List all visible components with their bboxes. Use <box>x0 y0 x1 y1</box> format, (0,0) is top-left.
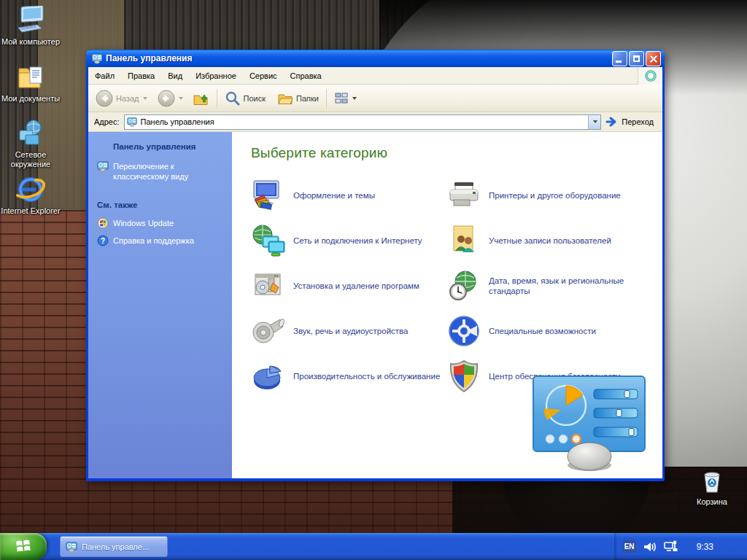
minimize-button[interactable] <box>612 51 627 66</box>
user-accounts-icon <box>446 223 481 258</box>
desktop-icon-label: Корзина <box>697 497 727 507</box>
control-panel-icon <box>66 541 77 553</box>
menu-favorites[interactable]: Избранное <box>189 69 243 83</box>
help-support-link[interactable]: ? Справка и поддержка <box>97 236 226 246</box>
language-indicator[interactable]: EN <box>623 540 636 553</box>
help-icon: ? <box>97 235 109 246</box>
desktop-icon-label: Мой компьютер <box>1 37 60 47</box>
window-body: Файл Правка Вид Избранное Сервис Справка <box>88 67 662 478</box>
desktop-icon-label: Сетевое окружение <box>0 150 61 169</box>
address-value: Панель управления <box>141 117 589 126</box>
category-grid: Оформление и темы Принтеры и другое обор… <box>251 173 662 399</box>
category-appearance-themes[interactable]: Оформление и темы <box>251 173 446 218</box>
back-label: Назад <box>116 94 139 103</box>
folders-button[interactable]: Папки <box>274 89 322 108</box>
address-input[interactable]: Панель управления <box>124 114 602 130</box>
pick-category-heading: Выберите категорию <box>251 145 662 161</box>
views-button[interactable] <box>331 90 360 107</box>
toolbar-separator <box>217 89 217 108</box>
appearance-themes-icon <box>251 178 286 213</box>
my-computer-icon <box>15 6 46 35</box>
menu-help[interactable]: Справка <box>284 69 328 83</box>
windows-update-icon <box>97 217 109 229</box>
desktop-icon-recycle-bin[interactable]: Корзина <box>681 469 743 507</box>
taskbar-button-label: Панель управле... <box>82 542 149 551</box>
search-label: Поиск <box>244 94 266 103</box>
menu-file[interactable]: Файл <box>88 69 121 83</box>
sounds-audio-icon <box>251 314 286 349</box>
category-label: Специальные возможности <box>489 326 596 336</box>
windows-ring-icon <box>644 69 657 82</box>
see-also-heading: См. также <box>97 201 226 209</box>
folders-label: Папки <box>296 94 319 103</box>
switch-classic-view-link[interactable]: Переключение к классическому виду <box>97 161 226 182</box>
address-bar: Адрес: Панель управления Переход <box>88 112 662 132</box>
add-remove-programs-icon <box>251 268 286 303</box>
search-icon <box>225 90 241 106</box>
volume-icon[interactable] <box>643 540 657 553</box>
window-content: Панель управления Переключение к классич… <box>88 132 662 478</box>
category-label: Установка и удаление программ <box>293 281 419 291</box>
go-button[interactable]: Переход <box>601 116 659 128</box>
help-support-label: Справка и поддержка <box>113 236 194 246</box>
back-button[interactable]: Назад <box>93 88 150 109</box>
category-network-internet[interactable]: Сеть и подключения к Интернету <box>251 218 446 263</box>
desktop-icon-internet-explorer[interactable]: Internet Explorer <box>0 174 61 216</box>
category-date-time-language[interactable]: Дата, время, язык и региональные стандар… <box>446 263 662 308</box>
internet-explorer-icon <box>15 174 46 204</box>
windows-flag-icon <box>14 537 33 556</box>
close-icon <box>646 52 660 66</box>
clock[interactable]: 9:33 <box>697 542 713 552</box>
start-button[interactable] <box>0 533 47 560</box>
menu-view[interactable]: Вид <box>161 69 189 83</box>
forward-button[interactable] <box>155 88 186 109</box>
forward-icon <box>158 90 175 107</box>
system-tray: EN 9:33 <box>614 533 747 560</box>
windows-update-link[interactable]: Windows Update <box>97 218 226 229</box>
desktop-icon-my-computer[interactable]: Мой компьютер <box>0 6 61 47</box>
printer-icon <box>446 178 481 213</box>
toolbar: Назад <box>88 85 662 112</box>
folders-icon <box>277 90 293 106</box>
window-title: Панель управления <box>106 53 612 63</box>
back-icon <box>96 90 113 107</box>
category-view: Выберите категорию <box>232 132 662 478</box>
desktop-icon-network[interactable]: Сетевое окружение <box>0 119 61 169</box>
category-label: Оформление и темы <box>293 190 375 201</box>
toolbar-separator <box>326 89 327 108</box>
network-places-icon <box>15 119 46 148</box>
go-label: Переход <box>622 117 654 126</box>
category-printers-hardware[interactable]: Принтеры и другое оборудование <box>446 173 662 218</box>
views-dropdown-icon <box>352 97 357 100</box>
control-panel-window: Панель управления Файл Правка Вид Избран… <box>86 50 665 481</box>
network-status-icon[interactable] <box>664 540 680 553</box>
menu-tools[interactable]: Сервис <box>243 69 284 83</box>
up-button[interactable] <box>189 88 212 109</box>
windows-update-label: Windows Update <box>113 218 174 229</box>
task-pane-title: Панель управления <box>97 142 226 151</box>
category-label: Производительность и обслуживание <box>293 371 440 381</box>
desktop: { "window": { "title": "Панель управлени… <box>0 0 747 560</box>
category-label: Сеть и подключения к Интернету <box>293 236 422 246</box>
address-dropdown-button[interactable] <box>588 115 600 129</box>
window-titlebar[interactable]: Панель управления <box>86 50 665 67</box>
menu-edit[interactable]: Правка <box>121 69 161 83</box>
category-label: Дата, время, язык и региональные стандар… <box>489 276 638 296</box>
category-user-accounts[interactable]: Учетные записи пользователей <box>446 218 662 263</box>
category-sounds-audio[interactable]: Звук, речь и аудиоустройства <box>251 308 446 354</box>
control-panel-icon <box>91 52 103 64</box>
switch-classic-view-label: Переключение к классическому виду <box>113 161 226 182</box>
up-folder-icon <box>192 90 209 107</box>
taskbar-button-control-panel[interactable]: Панель управле... <box>60 536 168 557</box>
category-performance-maintenance[interactable]: Производительность и обслуживание <box>251 354 446 399</box>
close-button[interactable] <box>646 51 661 66</box>
desktop-icon-label: Мои документы <box>1 94 60 104</box>
control-panel-icon <box>97 160 109 172</box>
minimize-icon <box>616 61 622 63</box>
address-label: Адрес: <box>94 117 120 126</box>
maximize-button[interactable] <box>629 51 644 66</box>
search-button[interactable]: Поиск <box>222 89 268 108</box>
category-add-remove-programs[interactable]: Установка и удаление программ <box>251 263 446 308</box>
category-accessibility[interactable]: Специальные возможности <box>446 308 662 354</box>
desktop-icon-my-documents[interactable]: Мои документы <box>0 63 61 104</box>
